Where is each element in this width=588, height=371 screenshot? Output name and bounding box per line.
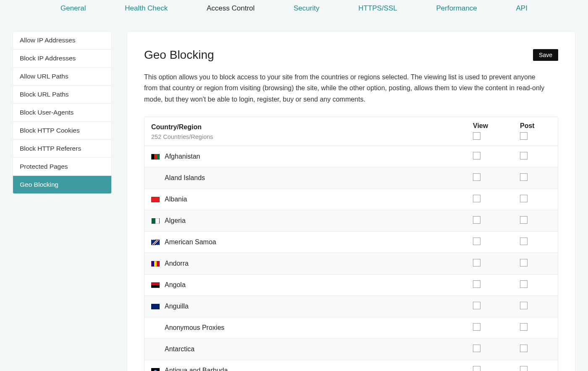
countries-table: Country/Region 252 Countries/Regions Vie…	[144, 117, 558, 371]
table-row: Angola	[144, 274, 558, 296]
view-checkbox[interactable]	[473, 216, 480, 224]
flag-icon	[151, 261, 160, 266]
country-name: Albania	[165, 196, 187, 203]
country-name: Algeria	[165, 217, 186, 225]
post-checkbox[interactable]	[520, 323, 528, 331]
view-checkbox[interactable]	[473, 238, 480, 245]
sidebar-item-allow-url-paths[interactable]: Allow URL Paths	[13, 68, 111, 86]
table-row: Anguilla	[144, 296, 558, 317]
table-row: Anonymous Proxies	[144, 317, 558, 339]
view-checkbox[interactable]	[473, 152, 480, 159]
table-row: Antarctica	[144, 339, 558, 360]
country-name: Anguilla	[165, 303, 189, 310]
country-name: American Samoa	[165, 238, 216, 246]
flag-icon	[151, 347, 160, 352]
flag-icon	[151, 282, 160, 288]
view-checkbox[interactable]	[473, 195, 480, 202]
page-description: This option allows you to block access t…	[144, 72, 547, 105]
save-button[interactable]: Save	[533, 49, 558, 61]
col-country-label: Country/Region	[151, 123, 463, 131]
flag-icon	[151, 175, 160, 181]
sidebar-item-block-url-paths[interactable]: Block URL Paths	[13, 86, 111, 104]
post-checkbox[interactable]	[520, 195, 528, 202]
country-name: Antarctica	[165, 345, 194, 353]
view-checkbox[interactable]	[473, 345, 480, 352]
sidebar-item-allow-ip-addresses[interactable]: Allow IP Addresses	[13, 31, 111, 50]
view-checkbox[interactable]	[473, 259, 480, 266]
page-title: Geo Blocking	[144, 48, 214, 62]
country-name: Angola	[165, 281, 186, 289]
tab-general[interactable]: General	[59, 3, 87, 13]
flag-icon	[151, 325, 160, 331]
sidebar-item-block-http-cookies[interactable]: Block HTTP Cookies	[13, 122, 111, 140]
col-country-sub: 252 Countries/Regions	[151, 133, 463, 140]
col-post-label: Post	[520, 122, 558, 130]
view-checkbox[interactable]	[473, 323, 480, 331]
post-checkbox[interactable]	[520, 280, 528, 288]
post-checkbox[interactable]	[520, 259, 528, 266]
top-tabs: GeneralHealth CheckAccess ControlSecurit…	[0, 0, 588, 21]
sidebar-item-block-user-agents[interactable]: Block User-Agents	[13, 104, 111, 122]
country-name: Aland Islands	[165, 174, 205, 182]
view-checkbox[interactable]	[473, 280, 480, 288]
table-row: Afghanistan	[144, 146, 558, 167]
view-all-checkbox[interactable]	[473, 132, 480, 140]
post-checkbox[interactable]	[520, 366, 528, 371]
flag-icon	[151, 218, 160, 224]
flag-icon	[151, 154, 160, 159]
table-row: Aland Islands	[144, 167, 558, 189]
table-row: Antigua and Barbuda	[144, 360, 558, 371]
flag-icon	[151, 304, 160, 309]
table-row: American Samoa	[144, 232, 558, 253]
view-checkbox[interactable]	[473, 302, 480, 309]
main-panel: Geo Blocking Save This option allows you…	[127, 31, 575, 371]
post-checkbox[interactable]	[520, 345, 528, 352]
sidebar-item-block-ip-addresses[interactable]: Block IP Addresses	[13, 50, 111, 68]
table-header: Country/Region 252 Countries/Regions Vie…	[144, 117, 558, 146]
sidebar-item-geo-blocking[interactable]: Geo Blocking	[13, 176, 111, 193]
flag-icon	[151, 240, 160, 245]
tab-access-control[interactable]: Access Control	[205, 3, 256, 13]
view-checkbox[interactable]	[473, 366, 480, 371]
post-checkbox[interactable]	[520, 173, 528, 181]
country-name: Andorra	[165, 260, 189, 267]
table-row: Andorra	[144, 253, 558, 274]
tab-security[interactable]: Security	[292, 3, 321, 13]
sidebar-item-protected-pages[interactable]: Protected Pages	[13, 158, 111, 176]
post-checkbox[interactable]	[520, 216, 528, 224]
view-checkbox[interactable]	[473, 173, 480, 181]
tab-https-ssl[interactable]: HTTPS/SSL	[357, 3, 399, 13]
country-name: Antigua and Barbuda	[165, 367, 228, 371]
tab-health-check[interactable]: Health Check	[123, 3, 169, 13]
post-checkbox[interactable]	[520, 238, 528, 245]
post-checkbox[interactable]	[520, 152, 528, 159]
country-name: Afghanistan	[165, 153, 200, 160]
table-row: Algeria	[144, 210, 558, 232]
country-name: Anonymous Proxies	[165, 324, 224, 332]
post-checkbox[interactable]	[520, 302, 528, 309]
tab-performance[interactable]: Performance	[434, 3, 478, 13]
flag-icon	[151, 368, 160, 371]
flag-icon	[151, 197, 160, 202]
table-row: Albania	[144, 189, 558, 210]
col-view-label: View	[473, 122, 520, 130]
tab-api[interactable]: API	[514, 3, 529, 13]
sidebar: Allow IP AddressesBlock IP AddressesAllo…	[13, 31, 112, 194]
post-all-checkbox[interactable]	[520, 132, 528, 140]
sidebar-item-block-http-referers[interactable]: Block HTTP Referers	[13, 140, 111, 158]
